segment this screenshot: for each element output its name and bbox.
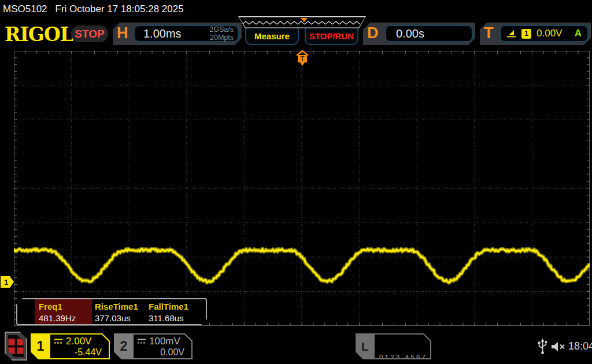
measurement-risetime1[interactable]: RiseTime1 377.03us xyxy=(95,301,152,324)
trigger-level-value: 0.00V xyxy=(536,28,562,39)
delay-label: D xyxy=(367,24,379,42)
waveform-overview-bar[interactable] xyxy=(238,16,366,28)
delay-settings-box[interactable]: D 0.00s xyxy=(363,23,475,45)
menu-grid-icon[interactable] xyxy=(5,332,27,361)
trigger-mode: A xyxy=(575,28,582,39)
measurements-panel[interactable]: Freq1 481.39Hz RiseTime1 377.03us FallTi… xyxy=(16,298,207,325)
measure-button[interactable]: Measure xyxy=(245,27,299,45)
measurement-value: 481.39Hz xyxy=(39,313,96,324)
rigol-logo: RIGOL xyxy=(5,23,73,46)
measurement-value: 377.03us xyxy=(95,313,152,324)
clock: 18:04 xyxy=(568,340,592,352)
model-name: MSO5102 xyxy=(3,3,47,14)
rising-edge-icon xyxy=(506,29,516,38)
speaker-muted-icon xyxy=(550,341,567,352)
delay-inset[interactable]: 0.00s xyxy=(385,25,473,42)
delay-value: 0.00s xyxy=(386,27,424,40)
waveform-overview-inner xyxy=(239,17,365,28)
timebase-value: 1.00ms xyxy=(135,27,182,40)
measurement-label: FallTime1 xyxy=(149,301,206,313)
channel2-body: 100mV 0.00V xyxy=(134,335,191,358)
dc-coupling-icon xyxy=(137,338,146,344)
memory-depth: 20Mpts xyxy=(210,34,234,42)
menu-grid-pad xyxy=(8,335,24,357)
measurement-freq1[interactable]: Freq1 481.39Hz xyxy=(39,301,96,324)
stop-run-button-label: STOP/RUN xyxy=(309,31,354,41)
channel1-body: 2.00V -5.44V xyxy=(50,335,109,358)
channel2-badge[interactable]: 2 100mV 0.00V xyxy=(114,333,193,359)
dc-coupling-icon xyxy=(54,338,63,344)
oscilloscope-screen: MSO5102Fri October 17 18:05:28 2025 RIGO… xyxy=(0,0,592,364)
logic-channel-list: 0 1 2 3 4 5 6 7 8 9 10 11 12 13 14 15 xyxy=(375,335,430,358)
logic-row-1: 0 1 2 3 4 5 6 7 xyxy=(379,354,430,361)
acquisition-info: 2GSa/s 20Mpts xyxy=(209,25,238,42)
channel1-marker-label: 1 xyxy=(4,278,8,287)
logic-badge-letter: L xyxy=(356,333,375,359)
trigger-label: T xyxy=(484,24,494,42)
measurement-label: Freq1 xyxy=(39,301,96,313)
horizontal-settings-box[interactable]: H 1.00ms 2GSa/s 20Mpts xyxy=(113,23,242,45)
stop-run-button[interactable]: STOP/RUN xyxy=(305,27,358,45)
channel2-number: 2 xyxy=(114,333,134,359)
measurement-falltime1[interactable]: FallTime1 311.68us xyxy=(149,301,206,324)
datetime: Fri October 17 18:05:28 2025 xyxy=(56,3,184,14)
horizontal-label: H xyxy=(117,24,128,42)
trigger-inset[interactable]: 1 0.00V A xyxy=(500,25,589,42)
overview-zigzag xyxy=(239,17,365,28)
channel2-scale: 100mV xyxy=(149,336,180,347)
channel1-offset-marker[interactable]: 1 xyxy=(1,276,14,288)
trigger-marker-letter: T xyxy=(300,55,305,63)
channel1-scale: 2.00V xyxy=(66,336,91,347)
measurement-label: RiseTime1 xyxy=(95,301,152,313)
usb-icon xyxy=(537,338,548,355)
measure-button-label: Measure xyxy=(254,31,290,41)
trigger-position-marker[interactable]: T xyxy=(295,50,310,66)
sample-rate: 2GSa/s xyxy=(209,25,234,34)
trigger-source-badge: 1 xyxy=(521,29,531,39)
run-state-badge[interactable]: STOP xyxy=(71,25,108,42)
titlebar: MSO5102Fri October 17 18:05:28 2025 xyxy=(3,3,192,15)
channel1-offset: -5.44V xyxy=(54,347,104,358)
graticule[interactable] xyxy=(14,51,590,326)
logic-channels-badge[interactable]: L 0 1 2 3 4 5 6 7 8 9 10 11 12 13 14 15 xyxy=(356,333,431,359)
channel1-badge[interactable]: 1 2.00V -5.44V xyxy=(31,333,110,359)
channel1-number: 1 xyxy=(31,333,50,359)
trigger-settings-box[interactable]: T 1 0.00V A xyxy=(480,23,591,45)
measurement-value: 311.68us xyxy=(149,313,206,324)
timebase-inset[interactable]: 1.00ms 2GSa/s 20Mpts xyxy=(134,25,239,42)
channel2-offset: 0.00V xyxy=(137,347,187,358)
